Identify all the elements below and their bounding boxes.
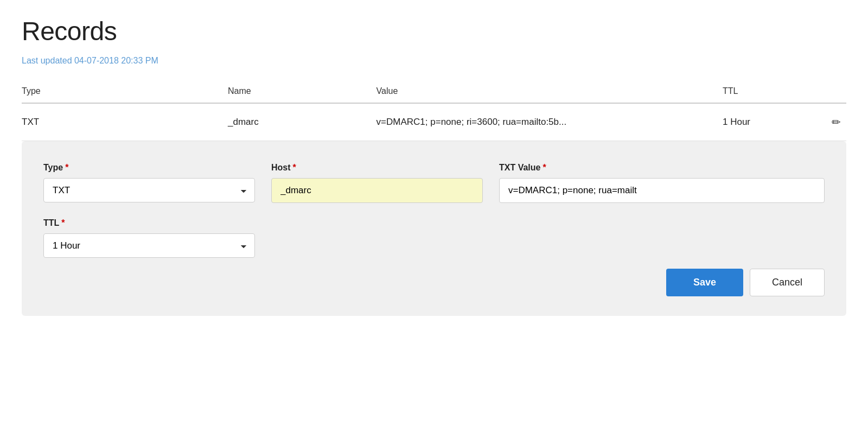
- col-header-ttl: TTL: [723, 81, 821, 103]
- ttl-select[interactable]: 1 Hour 30 Minutes 1 Day Custom: [43, 233, 255, 258]
- type-required: *: [65, 163, 68, 173]
- form-group-host: Host *: [271, 163, 483, 203]
- record-ttl: 1 Hour: [723, 103, 821, 141]
- record-edit-cell[interactable]: ✏: [821, 103, 846, 141]
- form-group-txt-value: TXT Value *: [499, 163, 825, 203]
- form-row-bottom: TTL * 1 Hour 30 Minutes 1 Day Custom: [43, 218, 825, 258]
- page-title: Records: [22, 16, 846, 46]
- form-row-top: Type * TXT A AAAA CNAME MX NS SRV Host *: [43, 163, 825, 203]
- host-input[interactable]: [271, 178, 483, 203]
- cancel-button[interactable]: Cancel: [750, 269, 825, 296]
- col-header-value: Value: [376, 81, 723, 103]
- col-header-type: Type: [22, 81, 228, 103]
- record-name: _dmarc: [228, 103, 376, 141]
- last-updated-text: Last updated 04-07-2018 20:33 PM: [22, 56, 846, 66]
- form-actions: Save Cancel: [43, 269, 825, 296]
- host-required: *: [293, 163, 296, 173]
- col-header-name: Name: [228, 81, 376, 103]
- col-header-action: [821, 81, 846, 103]
- record-value: v=DMARC1; p=none; ri=3600; rua=mailto:5b…: [376, 103, 723, 141]
- table-row: TXT _dmarc v=DMARC1; p=none; ri=3600; ru…: [22, 103, 846, 141]
- record-type: TXT: [22, 103, 228, 141]
- ttl-required: *: [61, 218, 65, 228]
- records-table: Type Name Value TTL TXT _dmarc v=DMARC1;…: [22, 81, 846, 141]
- form-group-ttl: TTL * 1 Hour 30 Minutes 1 Day Custom: [43, 218, 255, 258]
- form-group-type: Type * TXT A AAAA CNAME MX NS SRV: [43, 163, 255, 202]
- save-button[interactable]: Save: [666, 269, 743, 296]
- type-label: Type *: [43, 163, 255, 173]
- ttl-label: TTL *: [43, 218, 255, 228]
- txt-value-label: TXT Value *: [499, 163, 825, 173]
- edit-form: Type * TXT A AAAA CNAME MX NS SRV Host *: [22, 141, 846, 316]
- txt-value-input[interactable]: [499, 178, 825, 203]
- type-select[interactable]: TXT A AAAA CNAME MX NS SRV: [43, 178, 255, 202]
- edit-icon[interactable]: ✏: [832, 116, 841, 128]
- host-label: Host *: [271, 163, 483, 173]
- txt-value-required: *: [542, 163, 546, 173]
